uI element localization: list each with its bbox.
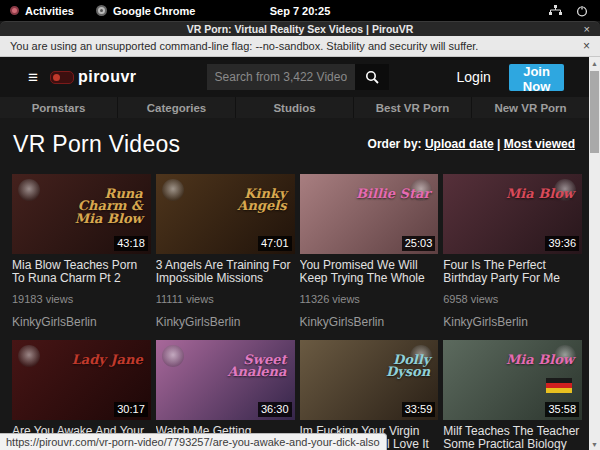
scroll-down-arrow-icon[interactable]: ▼ bbox=[589, 438, 600, 450]
scrollbar-thumb[interactable] bbox=[590, 71, 599, 153]
video-thumbnail[interactable]: Kinky Angels 47:01 bbox=[156, 174, 295, 254]
channel-link[interactable]: KinkyGirlsBerlin bbox=[300, 315, 439, 329]
thumbnail-overlay-text: Dolly Dyson bbox=[350, 354, 430, 379]
order-separator: | bbox=[497, 137, 500, 151]
search-icon bbox=[365, 70, 379, 84]
clock[interactable]: Sep 7 20:25 bbox=[0, 5, 600, 17]
main-nav: PornstarsCategoriesStudiosBest VR PornNe… bbox=[0, 97, 589, 118]
tab-title: VR Porn: Virtual Reality Sex Videos | Pi… bbox=[187, 23, 414, 35]
thumbnail-overlay-text: Kinky Angels bbox=[207, 188, 287, 213]
video-thumbnail[interactable]: Dolly Dyson 33:59 bbox=[300, 340, 439, 420]
video-title[interactable]: Milf Teaches The Teacher Some Practical … bbox=[443, 425, 582, 450]
video-thumbnail[interactable]: Lady Jane 30:17 bbox=[12, 340, 151, 420]
duration-badge: 33:59 bbox=[402, 402, 436, 417]
video-thumbnail[interactable]: Mia Blow 39:36 bbox=[443, 174, 582, 254]
german-flag bbox=[546, 378, 572, 393]
page-head: VR Porn Videos Order by: Upload date | M… bbox=[0, 118, 589, 170]
thumbnail-overlay-text: Sweet Analena bbox=[207, 354, 287, 379]
thumbnail-overlay-text: Runa Charm & Mia Blow bbox=[63, 188, 143, 225]
thumbnail-overlay-text: Lady Jane bbox=[72, 354, 143, 366]
nav-item-categories[interactable]: Categories bbox=[118, 97, 236, 118]
video-card[interactable]: Mia Blow 35:58 Milf Teaches The Teacher … bbox=[443, 340, 582, 450]
thumbnail-overlay-text: Mia Blow bbox=[506, 354, 574, 366]
search-bar bbox=[207, 64, 389, 90]
vr-goggles-icon bbox=[50, 71, 74, 84]
view-count: 6958 views bbox=[443, 293, 582, 305]
duration-badge: 30:17 bbox=[114, 402, 148, 417]
video-grid: Runa Charm & Mia Blow 43:18 Mia Blow Tea… bbox=[12, 174, 582, 450]
power-icon[interactable] bbox=[576, 5, 588, 17]
warning-message: You are using an unsupported command-lin… bbox=[10, 40, 478, 52]
logo-text: pirouvr bbox=[78, 68, 137, 86]
video-thumbnail[interactable]: Billie Star 25:03 bbox=[300, 174, 439, 254]
video-title[interactable]: 3 Angels Are Training For Impossible Mis… bbox=[156, 259, 295, 285]
video-thumbnail[interactable]: Sweet Analena 36:30 bbox=[156, 340, 295, 420]
nav-item-best-vr-porn[interactable]: Best VR Porn bbox=[354, 97, 472, 118]
video-title[interactable]: Four Is The Perfect Birthday Party For M… bbox=[443, 259, 582, 285]
duration-badge: 35:58 bbox=[545, 402, 579, 417]
order-most-viewed-link[interactable]: Most viewed bbox=[504, 137, 575, 151]
studio-logo-icon bbox=[18, 345, 40, 367]
link-preview-statusbar: https://pirouvr.com/vr-porn-video/779325… bbox=[0, 433, 387, 450]
page-scrollbar[interactable]: ▲ ▼ bbox=[589, 57, 600, 450]
warning-bar: You are using an unsupported command-lin… bbox=[0, 36, 600, 57]
video-title[interactable]: Mia Blow Teaches Porn To Runa Charm Pt 2 bbox=[12, 259, 151, 285]
site-header: ≡ pirouvr Login Join Now bbox=[0, 57, 589, 97]
channel-link[interactable]: KinkyGirlsBerlin bbox=[443, 315, 582, 329]
nav-item-new-vr-porn[interactable]: New VR Porn bbox=[472, 97, 589, 118]
thumbnail-overlay-text: Billie Star bbox=[356, 188, 430, 200]
system-top-bar: Activities Google Chrome Sep 7 20:25 bbox=[0, 0, 600, 21]
duration-badge: 43:18 bbox=[114, 236, 148, 251]
order-upload-date-link[interactable]: Upload date bbox=[425, 137, 494, 151]
studio-logo-icon bbox=[162, 179, 184, 201]
channel-link[interactable]: KinkyGirlsBerlin bbox=[156, 315, 295, 329]
tab-close-icon[interactable]: × bbox=[584, 23, 590, 35]
thumbnail-overlay-text: Mia Blow bbox=[506, 188, 574, 200]
video-card[interactable]: Mia Blow 39:36 Four Is The Perfect Birth… bbox=[443, 174, 582, 329]
nav-item-pornstars[interactable]: Pornstars bbox=[0, 97, 118, 118]
nav-item-studios[interactable]: Studios bbox=[236, 97, 354, 118]
search-input[interactable] bbox=[207, 64, 355, 90]
order-by: Order by: Upload date | Most viewed bbox=[368, 137, 575, 151]
link-preview-url: https://pirouvr.com/vr-porn-video/779325… bbox=[6, 436, 380, 448]
duration-badge: 36:30 bbox=[258, 402, 292, 417]
warning-close-icon[interactable]: × bbox=[583, 39, 590, 53]
video-title[interactable]: You Promised We Will Keep Trying The Who… bbox=[300, 259, 439, 285]
browser-tab-bar: VR Porn: Virtual Reality Sex Videos | Pi… bbox=[0, 21, 600, 36]
video-card[interactable]: Runa Charm & Mia Blow 43:18 Mia Blow Tea… bbox=[12, 174, 151, 329]
duration-badge: 25:03 bbox=[402, 236, 436, 251]
video-card[interactable]: Billie Star 25:03 You Promised We Will K… bbox=[300, 174, 439, 329]
view-count: 19183 views bbox=[12, 293, 151, 305]
video-thumbnail[interactable]: Runa Charm & Mia Blow 43:18 bbox=[12, 174, 151, 254]
order-by-label: Order by: bbox=[368, 137, 422, 151]
search-button[interactable] bbox=[355, 64, 389, 90]
channel-link[interactable]: KinkyGirlsBerlin bbox=[12, 315, 151, 329]
studio-logo-icon bbox=[18, 179, 40, 201]
video-thumbnail[interactable]: Mia Blow 35:58 bbox=[443, 340, 582, 420]
studio-logo-icon bbox=[162, 345, 184, 367]
network-icon[interactable] bbox=[549, 5, 562, 16]
scroll-up-arrow-icon[interactable]: ▲ bbox=[589, 57, 600, 69]
site-logo[interactable]: pirouvr bbox=[50, 68, 137, 86]
video-card[interactable]: Kinky Angels 47:01 3 Angels Are Training… bbox=[156, 174, 295, 329]
page-title: VR Porn Videos bbox=[13, 131, 180, 158]
view-count: 11111 views bbox=[156, 293, 295, 305]
hamburger-menu-icon[interactable]: ≡ bbox=[28, 69, 38, 86]
duration-badge: 39:36 bbox=[545, 236, 579, 251]
view-count: 11326 views bbox=[300, 293, 439, 305]
join-now-button[interactable]: Join Now bbox=[509, 64, 564, 91]
duration-badge: 47:01 bbox=[258, 236, 292, 251]
login-link[interactable]: Login bbox=[457, 69, 491, 85]
